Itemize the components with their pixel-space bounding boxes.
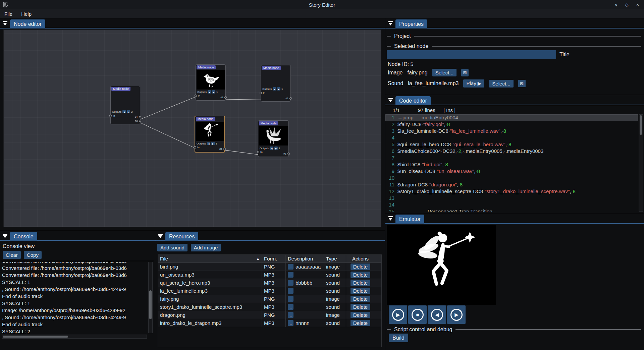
step-back-button[interactable]: ◀: [428, 305, 446, 324]
menu-item-file[interactable]: File: [0, 9, 17, 18]
delete-button[interactable]: Delete: [351, 320, 370, 326]
decrease-outputs-button[interactable]: ◀: [273, 87, 276, 91]
step-forward-button[interactable]: ▶: [447, 305, 466, 324]
sound-clear-button[interactable]: ⊠: [518, 80, 526, 87]
input-port[interactable]: [195, 95, 197, 97]
delete-button[interactable]: Delete: [351, 272, 370, 278]
column-header-actions[interactable]: Actions: [346, 255, 375, 262]
edit-description-button[interactable]: ..: [288, 280, 293, 286]
delete-button[interactable]: Delete: [351, 264, 370, 270]
bird-node[interactable]: Media nodeOutputs◀▶1In#1: [196, 64, 226, 101]
output-port[interactable]: [287, 153, 290, 155]
fairy-node[interactable]: Media nodeOutputs◀▶1In#1: [195, 116, 225, 153]
tab-code-editor[interactable]: Code editor: [395, 96, 431, 105]
project-group-header[interactable]: Project: [387, 33, 641, 39]
title-input[interactable]: [387, 50, 556, 59]
node-canvas[interactable]: Media nodeOutputs◀▶2In#1#2Media nodeOutp…: [3, 30, 381, 227]
increase-outputs-button[interactable]: ▶: [211, 142, 215, 145]
decrease-outputs-button[interactable]: ◀: [208, 90, 211, 94]
build-button[interactable]: Build: [389, 334, 408, 342]
copy-button[interactable]: Copy: [24, 251, 42, 259]
console-vertical-scrollbar[interactable]: [148, 262, 153, 333]
input-port[interactable]: [194, 146, 196, 149]
collapse-icon[interactable]: [388, 21, 393, 25]
table-row[interactable]: bird.pngPNG..aaaaaaaaaimageDelete: [158, 263, 381, 271]
code-scrollbar-handle[interactable]: [640, 115, 642, 135]
increase-outputs-button[interactable]: ▶: [127, 110, 130, 113]
selected-node-group-header[interactable]: Selected node: [387, 43, 641, 49]
tab-properties[interactable]: Properties: [395, 19, 427, 28]
edit-description-button[interactable]: ..: [288, 272, 293, 278]
actions-cell: Delete: [346, 295, 375, 303]
console-vscroll-handle[interactable]: [149, 290, 152, 319]
script-control-group-header[interactable]: Script control and debug: [387, 327, 641, 333]
dragon-node[interactable]: Media nodeOutputs◀▶1In#1: [258, 120, 289, 157]
code-scrollbar[interactable]: [639, 114, 643, 212]
start-node[interactable]: Media nodeOutputs◀▶2In#1#2: [110, 86, 140, 124]
increase-outputs-button[interactable]: ▶: [212, 90, 215, 94]
collapse-icon[interactable]: [3, 21, 7, 25]
choice-node[interactable]: Media nodeOutputs◀▶1In#1: [261, 65, 291, 102]
close-button[interactable]: ×: [635, 2, 641, 7]
column-header-type[interactable]: Type: [324, 255, 346, 262]
edit-description-button[interactable]: ..: [288, 296, 293, 302]
delete-button[interactable]: Delete: [351, 304, 370, 310]
increase-outputs-button[interactable]: ▶: [274, 147, 278, 150]
table-row[interactable]: un_oiseau.mp3MP3..soundDelete: [158, 271, 381, 279]
console-horizontal-scrollbar[interactable]: [2, 335, 147, 339]
add-sound-button[interactable]: Add sound: [157, 244, 187, 251]
table-row[interactable]: dragon.pngPNG..imageDelete: [158, 311, 381, 319]
delete-button[interactable]: Delete: [351, 312, 370, 318]
edit-description-button[interactable]: ..: [288, 320, 293, 326]
table-row[interactable]: story1_drako_luminelle_sceptre.mp3MP3..s…: [158, 303, 381, 311]
column-header-form[interactable]: Form.: [262, 255, 286, 262]
image-select-button[interactable]: Select...: [432, 69, 457, 76]
column-header-description[interactable]: Description: [286, 255, 324, 262]
decrease-outputs-button[interactable]: ◀: [122, 110, 126, 113]
increase-outputs-button[interactable]: ▶: [277, 87, 280, 91]
input-port[interactable]: [260, 92, 262, 94]
collapse-icon[interactable]: [3, 234, 7, 238]
output-port[interactable]: [139, 120, 141, 122]
tab-emulator[interactable]: Emulator: [395, 215, 424, 224]
table-row[interactable]: qui_sera_le_hero.mp3MP3..bbbbbbsoundDele…: [158, 279, 381, 287]
clear-button[interactable]: Clear: [3, 251, 21, 259]
collapse-icon[interactable]: [388, 216, 393, 221]
collapse-icon[interactable]: [158, 234, 163, 238]
play-button[interactable]: ▶: [389, 305, 407, 324]
code-text-area[interactable]: 1→jump····.mediaEntry00042$fairy·DC8·"fa…: [385, 114, 638, 212]
edit-description-button[interactable]: ..: [288, 264, 293, 270]
output-port[interactable]: [224, 96, 227, 99]
output-port[interactable]: [223, 148, 226, 150]
tab-console[interactable]: Console: [10, 232, 37, 241]
input-port[interactable]: [109, 115, 112, 117]
table-row[interactable]: fairy.pngPNG..imageDelete: [158, 295, 381, 303]
edit-description-button[interactable]: ..: [288, 312, 293, 318]
edit-description-button[interactable]: ..: [288, 288, 293, 294]
edit-description-button[interactable]: ..: [288, 304, 293, 310]
tab-node-editor[interactable]: Node editor: [10, 19, 45, 28]
decrease-outputs-button[interactable]: ◀: [207, 142, 210, 145]
delete-button[interactable]: Delete: [351, 280, 370, 286]
input-port[interactable]: [257, 151, 259, 153]
stop-button[interactable]: ■: [408, 305, 427, 324]
console-hscroll-handle[interactable]: [3, 336, 68, 338]
minimize-button[interactable]: ∨: [613, 2, 619, 7]
sound-play-button[interactable]: Play ▶: [463, 79, 484, 88]
table-row[interactable]: la_fee_luminelle.mp3MP3..soundDelete: [158, 287, 381, 295]
delete-button[interactable]: Delete: [351, 296, 370, 302]
decrease-outputs-button[interactable]: ◀: [270, 147, 273, 150]
add-image-button[interactable]: Add image: [191, 244, 221, 251]
column-header-file[interactable]: File▲: [158, 255, 262, 262]
table-row[interactable]: intro_drako_le_dragon.mp3MP3..nnnnnsound…: [158, 319, 381, 327]
collapse-icon[interactable]: [388, 98, 393, 102]
menu-item-help[interactable]: Help: [17, 9, 36, 18]
delete-button[interactable]: Delete: [351, 288, 370, 294]
output-port[interactable]: [139, 116, 141, 118]
window-titlebar[interactable]: Story Editor ∨◇×: [0, 0, 644, 9]
image-clear-button[interactable]: ⊠: [461, 69, 469, 76]
tab-resources[interactable]: Resources: [165, 232, 198, 241]
maximize-button[interactable]: ◇: [624, 2, 630, 7]
output-port[interactable]: [289, 97, 292, 100]
sound-select-button[interactable]: Select...: [489, 80, 513, 88]
